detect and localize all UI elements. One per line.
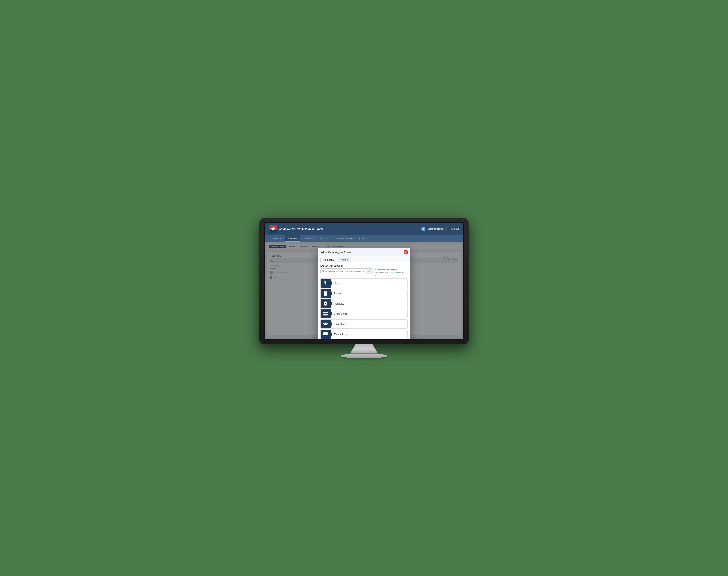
nav-moneyhd[interactable]: MoneyHD bbox=[356, 235, 371, 241]
svg-rect-7 bbox=[323, 313, 328, 314]
nav-payments[interactable]: Payments bbox=[285, 235, 300, 241]
monitor-stand bbox=[350, 344, 378, 353]
credit-cards-label: Credit Cards bbox=[330, 313, 351, 315]
monitor-wrapper: AMERICAN NATIONAL BANK OF TEXAS C Custom… bbox=[260, 218, 468, 358]
mail-check-link[interactable]: mail a check bbox=[391, 271, 401, 273]
nav-card-management-label: Card Management bbox=[336, 237, 353, 239]
tv-internet-label: TV and Internet bbox=[330, 333, 354, 336]
nav-deposits[interactable]: Deposits ▾ bbox=[317, 235, 333, 241]
nav-accounts[interactable]: Accounts ▾ bbox=[269, 235, 285, 241]
category-store-cards[interactable]: Store Cards bbox=[320, 319, 408, 329]
nav-accounts-arrow: ▾ bbox=[281, 237, 282, 239]
svg-point-4 bbox=[325, 294, 326, 295]
nav-transfers-arrow: ▾ bbox=[313, 237, 314, 239]
bank-name: AMERICAN NATIONAL BANK OF TEXAS bbox=[279, 228, 323, 230]
insurance-label: Insurance bbox=[330, 303, 348, 305]
credit-cards-icon bbox=[321, 309, 330, 318]
category-phone[interactable]: Phone bbox=[320, 289, 408, 298]
search-input[interactable] bbox=[321, 269, 366, 273]
browser-content: AMERICAN NATIONAL BANK OF TEXAS C Custom… bbox=[265, 223, 463, 339]
category-insurance[interactable]: Insurance bbox=[320, 299, 408, 308]
nav-payments-label: Payments bbox=[288, 237, 298, 239]
search-row: 🔍 If a company can't be paid electronica… bbox=[320, 268, 408, 277]
customer-avatar: C bbox=[421, 227, 425, 231]
category-credit-cards[interactable]: Credit Cards bbox=[320, 309, 408, 318]
nav-moneyhd-label: MoneyHD bbox=[359, 237, 368, 239]
tab-company[interactable]: Company bbox=[320, 258, 337, 262]
header-right: C Customer Name ▾ | Log Out bbox=[421, 227, 459, 231]
modal-title: Add a Company or Person bbox=[320, 251, 353, 254]
main-nav: Accounts ▾ Payments Transfers ▾ Deposits bbox=[265, 235, 463, 241]
nav-card-management[interactable]: Card Management bbox=[333, 235, 356, 241]
svg-rect-9 bbox=[323, 333, 328, 336]
utilities-icon bbox=[321, 279, 330, 288]
svg-rect-2 bbox=[269, 230, 277, 233]
modal-close-button[interactable]: × bbox=[404, 250, 408, 254]
nav-accounts-label: Accounts bbox=[272, 237, 281, 239]
nav-arrow-customer: ▾ bbox=[445, 228, 446, 230]
header-divider: | bbox=[448, 228, 449, 230]
modal-add-company-person: Add a Company or Person × Company Person bbox=[317, 249, 411, 339]
search-icon: 🔍 bbox=[368, 270, 371, 272]
insurance-icon bbox=[321, 299, 330, 308]
bank-logo: AMERICAN NATIONAL BANK OF TEXAS bbox=[269, 225, 323, 233]
search-section: Search Our Network 🔍 bbox=[317, 262, 411, 278]
store-cards-label: Store Cards bbox=[330, 323, 350, 325]
close-icon: × bbox=[405, 251, 406, 253]
monitor-base bbox=[341, 353, 387, 358]
monitor-bezel: AMERICAN NATIONAL BANK OF TEXAS C Custom… bbox=[264, 222, 464, 340]
monitor-outer: AMERICAN NATIONAL BANK OF TEXAS C Custom… bbox=[260, 218, 468, 344]
store-cards-icon bbox=[321, 319, 330, 329]
category-tv-internet[interactable]: TV and Internet bbox=[320, 329, 408, 339]
svg-rect-8 bbox=[324, 315, 325, 315]
category-list: Utilities Phone bbox=[317, 278, 411, 339]
nav-transfers-label: Transfers bbox=[304, 237, 312, 239]
modal-tabs: Company Person bbox=[317, 256, 411, 262]
bank-header: AMERICAN NATIONAL BANK OF TEXAS C Custom… bbox=[265, 223, 463, 235]
phone-label: Phone bbox=[330, 292, 344, 295]
svg-rect-5 bbox=[325, 292, 326, 292]
modal-header: Add a Company or Person × bbox=[317, 249, 411, 256]
search-heading: Search Our Network bbox=[320, 265, 408, 267]
monitor-screen: AMERICAN NATIONAL BANK OF TEXAS C Custom… bbox=[265, 223, 463, 339]
customer-name[interactable]: Customer Name bbox=[428, 228, 443, 230]
tv-internet-icon bbox=[321, 329, 330, 339]
search-input-wrapper: 🔍 bbox=[320, 268, 373, 274]
logout-link[interactable]: Log Out bbox=[451, 228, 459, 230]
nav-deposits-arrow: ▾ bbox=[329, 237, 330, 239]
utilities-label: Utilities bbox=[330, 282, 345, 285]
search-button[interactable]: 🔍 bbox=[366, 269, 373, 273]
nav-transfers[interactable]: Transfers ▾ bbox=[301, 235, 317, 241]
modal-overlay: Add a Company or Person × Company Person bbox=[265, 241, 463, 339]
bank-logo-icon bbox=[269, 225, 277, 233]
search-info: If a company can't be paid electronicall… bbox=[375, 268, 408, 277]
category-utilities[interactable]: Utilities bbox=[320, 279, 408, 288]
phone-icon bbox=[321, 289, 330, 298]
page-bg: Payment Center Activity Popmoney Account… bbox=[265, 241, 463, 339]
tab-person[interactable]: Person bbox=[337, 258, 351, 262]
nav-deposits-label: Deposits bbox=[320, 237, 328, 239]
